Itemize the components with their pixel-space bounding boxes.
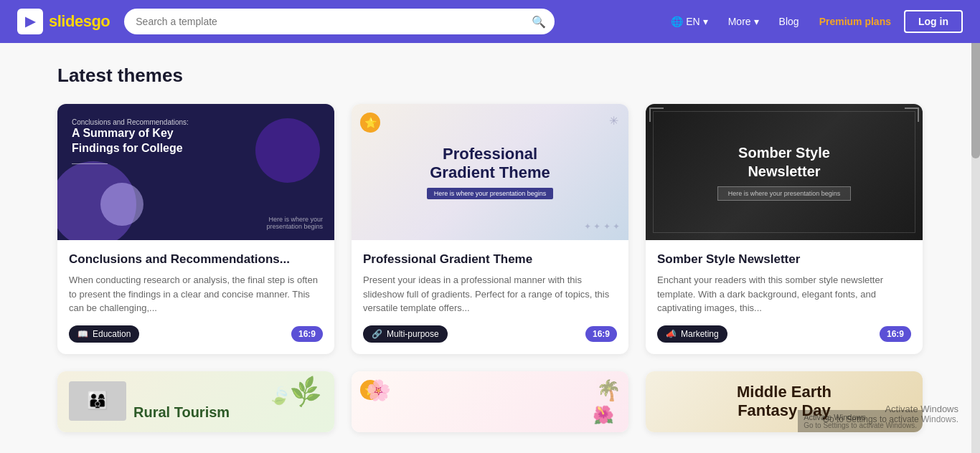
card-gradient[interactable]: ⭐ ✳ ProfessionalGradient Theme Here is w… — [352, 104, 628, 354]
decorative-circle — [255, 118, 320, 183]
language-button[interactable]: 🌐 EN ▾ — [664, 11, 715, 32]
card-tag-multipurpose[interactable]: 🔗 Multi-purpose — [363, 325, 448, 343]
thumb-title-6: Middle EarthFantasy Day — [737, 383, 831, 421]
card-info-2: Professional Gradient Theme Present your… — [352, 240, 628, 354]
login-button[interactable]: Log in — [904, 10, 963, 33]
ratio-badge-3: 16:9 — [880, 326, 911, 342]
corner-tl — [649, 108, 664, 122]
main-content: Latest themes Conclusions and Recommenda… — [0, 43, 980, 453]
card-thumbnail-2: ⭐ ✳ ProfessionalGradient Theme Here is w… — [352, 104, 628, 240]
search-button[interactable]: 🔍 — [532, 15, 546, 29]
card-conclusions[interactable]: Conclusions and Recommendations: A Summa… — [57, 104, 334, 354]
card-desc-3: Enchant your readers with this somber st… — [657, 273, 911, 315]
snowflake-icon: ✳ — [609, 114, 618, 128]
card-tag-marketing[interactable]: 📣 Marketing — [657, 325, 727, 343]
card-rural-tourism[interactable]: 🌿 🍃 Rural Tourism — [57, 371, 334, 432]
header: ▶ slidesgo 🔍 🌐 EN ▾ More ▾ Blog Premium … — [0, 0, 980, 43]
search-bar[interactable]: 🔍 — [124, 9, 555, 34]
section-title: Latest themes — [57, 65, 923, 87]
card-info-3: Somber Style Newsletter Enchant your rea… — [646, 240, 923, 354]
ratio-badge-2: 16:9 — [585, 326, 617, 342]
card-thumbnail-3: Somber StyleNewsletter Here is where you… — [646, 104, 923, 240]
cards-grid-bottom: 🌿 🍃 Rural Tourism ⭐ 🌸 🌴 🌺 Middle EarthFa… — [57, 371, 923, 432]
card-floral[interactable]: ⭐ 🌸 🌴 🌺 — [352, 371, 628, 432]
education-icon: 📖 — [77, 329, 88, 339]
premium-badge-2: ⭐ — [360, 113, 380, 133]
search-input[interactable] — [124, 9, 555, 34]
card-desc-1: When conducting research or analysis, th… — [69, 273, 323, 315]
thumb-content-3: Somber StyleNewsletter Here is where you… — [717, 143, 852, 201]
scrollbar[interactable] — [971, 0, 980, 453]
card-somber[interactable]: Somber StyleNewsletter Here is where you… — [646, 104, 923, 354]
logo-text: slidesgo — [49, 12, 110, 31]
leaf-icon-3: 🌴 — [596, 378, 621, 402]
marketing-icon: 📣 — [666, 329, 677, 339]
multipurpose-icon: 🔗 — [372, 329, 382, 339]
premium-plans-button[interactable]: Premium plans — [812, 11, 898, 32]
thumb-corner-2: ✦ ✦ ✦ ✦ — [584, 221, 620, 232]
more-button[interactable]: More ▾ — [721, 11, 766, 32]
cards-grid-top: Conclusions and Recommendations: A Summa… — [57, 104, 923, 354]
flower-icon-2: 🌺 — [593, 405, 614, 425]
card-info-1: Conclusions and Recommendations... When … — [57, 240, 334, 354]
flower-icon-1: 🌸 — [366, 378, 391, 402]
card-title-2: Professional Gradient Theme — [363, 252, 617, 267]
leaf-icon-1: 🌿 — [288, 374, 324, 409]
card-thumbnail-4: 🌿 🍃 Rural Tourism — [57, 371, 334, 432]
blog-button[interactable]: Blog — [772, 11, 806, 32]
header-nav: 🌐 EN ▾ More ▾ Blog Premium plans Log in — [664, 10, 963, 33]
card-desc-2: Present your ideas in a professional man… — [363, 273, 617, 315]
card-tags-1: 📖 Education 16:9 — [69, 325, 323, 343]
thumb-text-1: Conclusions and Recommendations: A Summa… — [72, 118, 189, 164]
thumb-text-4: Rural Tourism — [133, 404, 230, 421]
ratio-badge-1: 16:9 — [291, 326, 323, 342]
card-thumbnail-1: Conclusions and Recommendations: A Summa… — [57, 104, 334, 240]
card-title-3: Somber Style Newsletter — [657, 252, 911, 267]
logo-icon: ▶ — [17, 9, 43, 34]
card-tags-3: 📣 Marketing 16:9 — [657, 325, 911, 343]
card-title-1: Conclusions and Recommendations... — [69, 252, 323, 267]
corner-tr — [905, 108, 919, 122]
thumb-bottom-1: Here is where yourpresentation begins — [266, 216, 323, 230]
thumb-content-2: ProfessionalGradient Theme Here is where… — [427, 145, 554, 200]
activate-windows-watermark: Activate Windows Go to Settings to activ… — [823, 404, 958, 424]
card-thumbnail-5: ⭐ 🌸 🌴 🌺 — [352, 371, 628, 432]
photo-placeholder — [69, 381, 126, 421]
card-tags-2: 🔗 Multi-purpose 16:9 — [363, 325, 617, 343]
logo[interactable]: ▶ slidesgo — [17, 9, 110, 34]
card-tag-education[interactable]: 📖 Education — [69, 325, 139, 343]
